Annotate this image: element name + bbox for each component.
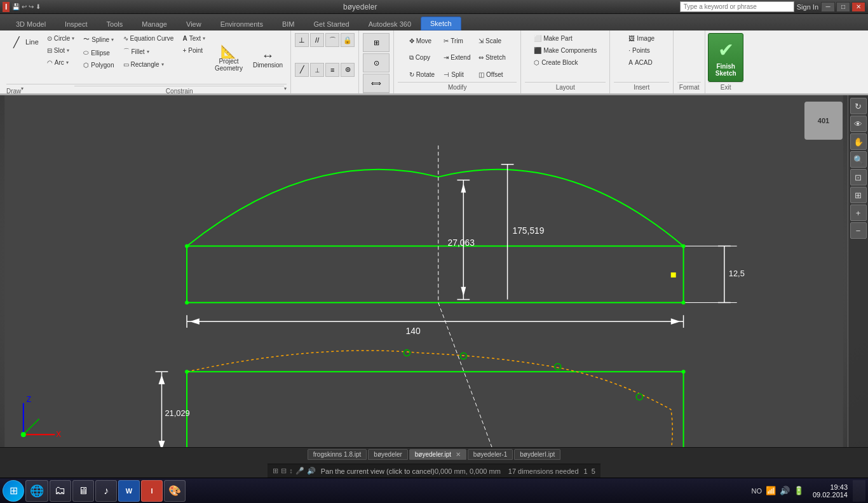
equation-curve-btn[interactable]: ∿ Equation Curve — [120, 33, 177, 44]
fillet-icon: ⌒ — [123, 47, 130, 56]
make-components-btn[interactable]: ⬛ Make Components — [531, 45, 600, 56]
constrain-dropdown[interactable]: ▾ — [284, 86, 287, 95]
pattern-mirror-btn[interactable]: ⟺ — [363, 74, 390, 93]
doc-tab-frogskinns[interactable]: frogskinns 1.8.ipt — [308, 449, 367, 460]
pattern-panel: ⊞ ⊙ ⟺ Pattern — [359, 30, 394, 93]
point-btn[interactable]: + Point — [179, 45, 208, 56]
draw-dropdown[interactable]: ▾ — [21, 86, 24, 95]
orbit-btn[interactable]: ↻ — [850, 98, 867, 114]
circle-dropdown[interactable]: ▾ — [72, 36, 74, 41]
finish-sketch-btn[interactable]: ✔ FinishSketch — [708, 33, 743, 82]
svg-text:X: X — [56, 430, 61, 439]
fillet-btn[interactable]: ⌒ Fillet ▾ — [120, 45, 177, 58]
ribbon-tab-row: 3D Model Inspect Tools Manage View Envir… — [0, 14, 868, 30]
arc-btn[interactable]: ◠ Arc ▾ — [44, 57, 78, 68]
maximize-button[interactable]: □ — [836, 2, 850, 12]
constrain-btn-3[interactable]: ⌒ — [325, 33, 339, 47]
fillet-dropdown[interactable]: ▾ — [147, 49, 149, 55]
constrain-btn-7[interactable]: ≡ — [325, 63, 339, 77]
slot-btn[interactable]: ⊟ Slot ▾ — [44, 45, 78, 56]
pan-btn[interactable]: ✋ — [850, 133, 867, 150]
slot-dropdown[interactable]: ▾ — [67, 48, 69, 53]
tab-3dmodel[interactable]: 3D Model — [6, 17, 55, 30]
trim-btn[interactable]: ✂ Trim — [440, 33, 474, 48]
rotate-btn[interactable]: ↻ Rotate — [406, 67, 440, 82]
points-btn[interactable]: · Points — [625, 45, 658, 56]
zoom-in-btn[interactable]: + — [850, 205, 867, 221]
minimize-button[interactable]: ─ — [821, 2, 835, 12]
taskbar-app[interactable]: 🖥 — [72, 480, 94, 502]
taskbar-inventor[interactable]: I — [141, 480, 163, 502]
zoom-select-btn[interactable]: ⊞ — [850, 187, 867, 203]
arc-dropdown[interactable]: ▾ — [66, 60, 69, 65]
text-btn[interactable]: A Text ▾ — [179, 33, 208, 44]
constrain-btn-8[interactable]: ⊚ — [341, 63, 355, 77]
doc-tab-boyedeler-1[interactable]: bøyedeler-1 — [468, 449, 513, 460]
show-desktop-btn[interactable] — [853, 480, 865, 502]
look-btn[interactable]: 👁 — [850, 116, 867, 132]
tab-getstarted[interactable]: Get Started — [304, 17, 358, 30]
format-panel: Format — [674, 30, 705, 93]
move-btn[interactable]: ✥ Move — [406, 33, 440, 48]
polygon-btn[interactable]: ⬡ Polygon — [80, 60, 117, 70]
create-block-btn[interactable]: ⬡ Create Block — [531, 57, 600, 68]
doc-tab-boyedeleri-ipt[interactable]: bøydelerI.ipt — [514, 449, 560, 460]
doc-tab-close-icon[interactable]: ✕ — [456, 451, 461, 458]
acad-btn[interactable]: A ACAD — [625, 57, 658, 68]
sign-in-btn[interactable]: Sign In — [797, 3, 818, 11]
split-btn[interactable]: ⊣ Split — [440, 67, 474, 82]
svg-text:140: 140 — [406, 326, 421, 336]
line-btn[interactable]: ╱ Line — [6, 33, 41, 51]
constrain-btn-5[interactable]: ╱ — [295, 63, 309, 77]
constrain-btn-1[interactable]: ⊥ — [295, 33, 309, 47]
spline-btn[interactable]: 〜 Spline ▾ — [80, 33, 117, 46]
doc-tab-boyedeler[interactable]: bøyedeler — [368, 449, 407, 460]
taskbar-music[interactable]: ♪ — [95, 480, 117, 502]
constrain-btn-6[interactable]: ⟂ — [310, 63, 324, 77]
tab-autodesk360[interactable]: Autodesk 360 — [359, 17, 421, 30]
zoom-out-btn[interactable]: − — [850, 222, 867, 239]
doc-tab-boyedeler-ipt[interactable]: bøyedeler.ipt ✕ — [409, 449, 466, 460]
image-btn[interactable]: 🖼 Image — [625, 33, 658, 44]
pattern-circ-btn[interactable]: ⊙ — [363, 53, 390, 72]
taskbar-explorer[interactable]: 🗂 — [50, 480, 71, 502]
tab-tools[interactable]: Tools — [97, 17, 133, 30]
slot-icon: ⊟ — [47, 47, 52, 54]
zoom-all-btn[interactable]: ⊡ — [850, 169, 867, 185]
rectangle-dropdown[interactable]: ▾ — [161, 62, 164, 67]
circle-btn[interactable]: ⊙ Circle ▾ — [44, 33, 78, 44]
offset-btn[interactable]: ◫ Offset — [475, 67, 509, 82]
tab-bim[interactable]: BIM — [273, 17, 304, 30]
tab-environments[interactable]: Environments — [211, 17, 273, 30]
viewport[interactable]: 27,063 175,519 12,5 — [0, 95, 868, 447]
zoom-btn[interactable]: 🔍 — [850, 151, 867, 168]
constrain-btn-2[interactable]: // — [310, 33, 324, 47]
taskbar-paint[interactable]: 🎨 — [164, 480, 186, 502]
pattern-tools: ⊞ ⊙ ⟺ — [363, 33, 390, 93]
tab-inspect[interactable]: Inspect — [55, 17, 97, 30]
dimension-btn[interactable]: ↔ Dimension — [249, 33, 287, 84]
exit-label: Exit — [708, 82, 743, 91]
tab-manage[interactable]: Manage — [132, 17, 177, 30]
search-input[interactable] — [680, 1, 794, 12]
tab-sketch[interactable]: Sketch — [421, 17, 461, 30]
pattern-rect-btn[interactable]: ⊞ — [363, 33, 390, 52]
project-geometry-btn[interactable]: 📐 ProjectGeometry — [211, 33, 247, 84]
start-button[interactable]: ⊞ — [3, 480, 24, 502]
spline-dropdown[interactable]: ▾ — [111, 37, 114, 43]
ellipse-btn[interactable]: ⬭ Ellipse — [80, 47, 117, 58]
make-part-btn[interactable]: ⬜ Make Part — [531, 33, 600, 44]
rectangle-btn[interactable]: ▭ Rectangle ▾ — [120, 59, 177, 70]
copy-btn[interactable]: ⧉ Copy — [406, 50, 440, 65]
taskbar-word[interactable]: W — [118, 480, 140, 502]
extend-btn[interactable]: ⇥ Extend — [440, 50, 474, 65]
close-button[interactable]: ✕ — [851, 2, 865, 12]
stretch-btn[interactable]: ⇔ Stretch — [475, 50, 509, 65]
text-dropdown[interactable]: ▾ — [203, 36, 205, 41]
tab-view[interactable]: View — [177, 17, 211, 30]
viewcube[interactable]: 401 — [804, 102, 843, 140]
scale-btn[interactable]: ⇲ Scale — [475, 33, 509, 48]
status-icon-4: 🎤 — [295, 467, 304, 475]
constrain-btn-4[interactable]: 🔒 — [341, 33, 355, 47]
taskbar-ie[interactable]: 🌐 — [25, 480, 48, 502]
